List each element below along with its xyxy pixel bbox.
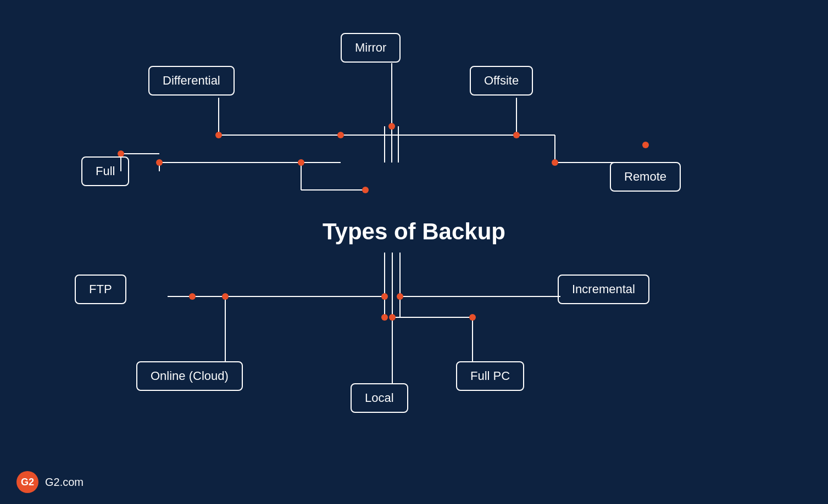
diagram-container: Mirror Differential Offsite Full Remote … — [0, 0, 828, 504]
dot-7 — [362, 187, 369, 193]
dot-2 — [337, 132, 344, 138]
dot-13 — [397, 293, 403, 300]
full-node: Full — [81, 156, 129, 186]
dot-9 — [552, 159, 558, 166]
dot-10 — [642, 142, 649, 148]
full-pc-node: Full PC — [456, 361, 524, 391]
dot-14 — [222, 293, 229, 300]
dot-3 — [388, 123, 395, 130]
differential-node: Differential — [148, 66, 235, 96]
ftp-node: FTP — [75, 275, 126, 304]
dot-8 — [513, 132, 520, 138]
dot-6 — [298, 159, 304, 166]
connectors-svg — [0, 0, 828, 504]
g2-branding: G2 G2.com — [16, 471, 84, 493]
mirror-node: Mirror — [341, 33, 401, 63]
offsite-node: Offsite — [470, 66, 533, 96]
local-node: Local — [351, 383, 408, 413]
dot-4 — [156, 159, 163, 166]
dot-16 — [469, 314, 476, 321]
g2-logo-icon: G2 — [16, 471, 38, 493]
dot-11 — [189, 293, 196, 300]
online-cloud-node: Online (Cloud) — [136, 361, 243, 391]
dot-1 — [215, 132, 222, 138]
page-title: Types of Backup — [0, 219, 828, 245]
remote-node: Remote — [610, 162, 681, 192]
dot-15 — [381, 314, 388, 321]
g2-domain: G2.com — [45, 476, 84, 489]
incremental-node: Incremental — [558, 275, 649, 304]
dot-17 — [389, 314, 396, 321]
dot-12 — [381, 293, 388, 300]
